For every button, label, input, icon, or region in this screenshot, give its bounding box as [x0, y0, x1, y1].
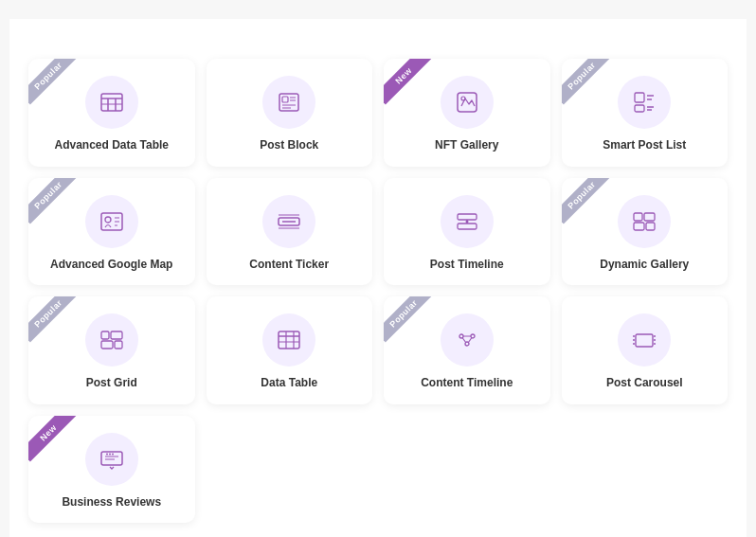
card-content-timeline[interactable]: Popular Content Timeline: [384, 296, 550, 404]
card-advanced-google-map[interactable]: Popular Advanced Google Map: [28, 178, 195, 286]
svg-line-50: [468, 338, 472, 344]
card-business-reviews[interactable]: New Business Reviews: [28, 416, 195, 524]
svg-rect-39: [115, 341, 122, 349]
badge-popular-content-timeline: Popular: [384, 296, 435, 348]
badge-ribbon: Popular: [28, 178, 77, 224]
card-label-post-carousel: Post Carousel: [606, 376, 683, 391]
badge-ribbon: New: [28, 416, 77, 461]
badge-popular-dynamic-gallery: Popular: [562, 178, 613, 229]
svg-point-20: [105, 217, 111, 223]
card-post-timeline[interactable]: Post Timeline: [384, 178, 550, 286]
card-nft-gallery[interactable]: New NFT Gallery: [384, 59, 550, 167]
card-content-ticker[interactable]: Content Ticker: [207, 178, 373, 286]
icon-circle-data-table: [262, 313, 315, 367]
card-smart-post-list[interactable]: Popular Smart Post List: [562, 59, 729, 167]
svg-line-49: [462, 338, 466, 344]
svg-rect-13: [635, 93, 644, 102]
svg-rect-38: [101, 341, 113, 349]
icon-circle-post-grid: [85, 313, 138, 367]
card-label-post-timeline: Post Timeline: [430, 258, 504, 273]
svg-rect-33: [644, 213, 655, 221]
badge-new-nft-gallery: New: [384, 59, 435, 110]
cards-grid: Popular Advanced Data Table Post BlockNe…: [24, 59, 732, 523]
svg-point-31: [465, 220, 468, 223]
card-label-content-ticker: Content Ticker: [249, 258, 329, 273]
svg-rect-58: [101, 452, 122, 465]
card-dynamic-gallery[interactable]: Popular Dynamic Gallery: [562, 178, 729, 286]
card-label-advanced-google-map: Advanced Google Map: [50, 258, 172, 273]
svg-rect-32: [634, 213, 642, 221]
icon-circle-business-reviews: [85, 433, 138, 486]
svg-point-63: [112, 453, 114, 455]
svg-point-61: [106, 453, 108, 455]
card-label-post-block: Post Block: [260, 138, 318, 153]
card-label-post-grid: Post Grid: [86, 376, 137, 391]
card-advanced-data-table[interactable]: Popular Advanced Data Table: [28, 59, 195, 167]
icon-circle-post-timeline: [441, 195, 494, 248]
badge-ribbon: Popular: [562, 59, 610, 104]
card-data-table[interactable]: Data Table: [207, 296, 373, 404]
svg-rect-6: [282, 97, 288, 102]
badge-ribbon: Popular: [28, 59, 77, 104]
page-wrapper: Popular Advanced Data Table Post BlockNe…: [9, 19, 747, 537]
svg-rect-37: [111, 331, 122, 339]
icon-circle-advanced-data-table: [85, 76, 138, 129]
svg-rect-0: [101, 94, 122, 111]
icon-circle-content-timeline: [441, 313, 494, 367]
card-label-nft-gallery: NFT Gallery: [435, 138, 498, 153]
badge-ribbon: New: [384, 59, 432, 104]
badge-popular-smart-post-list: Popular: [562, 59, 613, 110]
icon-circle-post-carousel: [618, 313, 671, 367]
card-post-carousel[interactable]: Post Carousel: [562, 296, 729, 404]
icon-circle-smart-post-list: [618, 76, 671, 129]
badge-new-business-reviews: New: [28, 416, 80, 467]
icon-circle-content-ticker: [262, 195, 315, 248]
card-label-data-table: Data Table: [261, 376, 317, 391]
badge-ribbon: Popular: [384, 296, 432, 342]
svg-point-62: [109, 453, 111, 455]
badge-popular-advanced-data-table: Popular: [28, 59, 80, 110]
card-label-business-reviews: Business Reviews: [62, 495, 161, 510]
svg-rect-34: [634, 223, 644, 230]
svg-rect-35: [646, 223, 655, 230]
badge-popular-advanced-google-map: Popular: [28, 178, 80, 229]
svg-rect-40: [279, 331, 299, 349]
svg-rect-36: [101, 331, 109, 339]
badge-ribbon: Popular: [562, 178, 610, 224]
icon-circle-post-block: [262, 76, 315, 129]
card-label-dynamic-gallery: Dynamic Gallery: [600, 258, 689, 273]
card-post-grid[interactable]: Popular Post Grid: [28, 296, 195, 404]
card-post-block[interactable]: Post Block: [207, 59, 373, 167]
svg-rect-28: [458, 214, 477, 220]
card-label-advanced-data-table: Advanced Data Table: [55, 138, 169, 153]
card-label-content-timeline: Content Timeline: [421, 376, 513, 391]
svg-rect-51: [636, 334, 653, 347]
badge-ribbon: Popular: [28, 296, 77, 342]
icon-circle-nft-gallery: [441, 76, 494, 129]
card-label-smart-post-list: Smart Post List: [603, 138, 686, 153]
icon-circle-advanced-google-map: [85, 195, 138, 248]
icon-circle-dynamic-gallery: [618, 195, 671, 248]
svg-rect-16: [635, 105, 644, 112]
badge-popular-post-grid: Popular: [28, 296, 80, 348]
svg-rect-29: [458, 224, 477, 229]
